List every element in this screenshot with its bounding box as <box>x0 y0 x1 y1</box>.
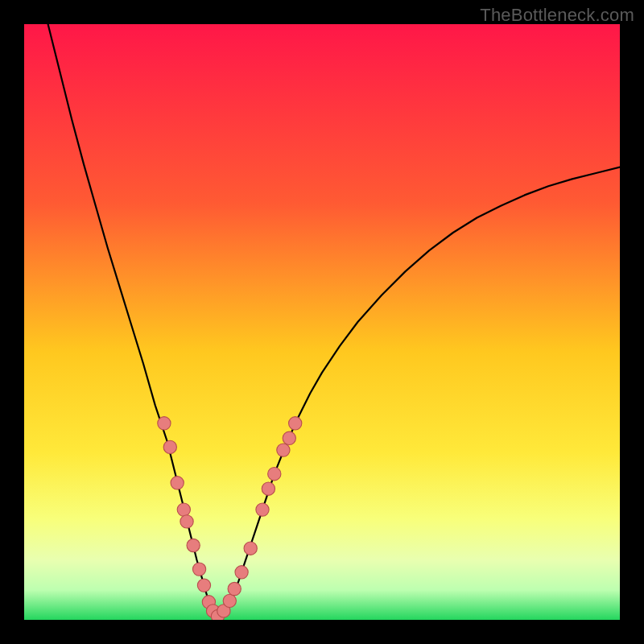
data-marker <box>177 503 190 516</box>
watermark-text: TheBottleneck.com <box>480 5 634 26</box>
data-marker <box>197 579 210 592</box>
data-marker <box>256 503 269 516</box>
data-marker <box>235 566 248 579</box>
plot-area <box>24 24 620 620</box>
data-marker <box>223 594 236 607</box>
data-marker <box>192 563 205 576</box>
data-marker <box>187 539 200 551</box>
data-marker <box>171 477 184 489</box>
data-marker <box>228 582 241 595</box>
data-marker <box>283 431 295 444</box>
data-marker <box>180 515 193 528</box>
curve-right-branch <box>221 167 620 617</box>
data-marker <box>158 417 171 430</box>
chart-frame: TheBottleneck.com <box>0 0 644 644</box>
data-marker <box>289 417 302 430</box>
data-marker <box>163 440 176 453</box>
data-marker <box>268 468 281 481</box>
curve-left-branch <box>48 24 215 617</box>
curve-layer <box>24 24 620 620</box>
data-marker <box>262 482 275 495</box>
data-marker <box>244 542 257 555</box>
data-marker <box>277 444 290 456</box>
